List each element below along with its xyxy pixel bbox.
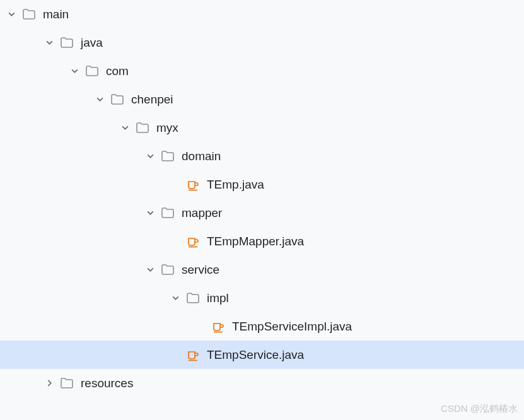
tree-folder-main[interactable]: main: [0, 0, 524, 28]
folder-icon: [160, 262, 175, 277]
tree-label: service: [182, 263, 219, 277]
tree-folder-resources[interactable]: resources: [0, 369, 524, 397]
folder-icon: [160, 149, 175, 164]
tree-label: TEmpServiceImpl.java: [232, 320, 352, 334]
tree-label: TEmpService.java: [207, 348, 304, 362]
tree-label: impl: [207, 291, 229, 305]
tree-file-tempservice-java[interactable]: TEmpService.java: [0, 341, 524, 369]
folder-icon: [21, 7, 37, 22]
chevron-down-icon: [169, 292, 182, 305]
tree-label: domain: [182, 149, 221, 163]
tree-label: TEmp.java: [207, 178, 264, 192]
java-file-icon: [185, 234, 201, 249]
tree-label: TEmpMapper.java: [207, 235, 304, 248]
tree-label: chenpei: [131, 93, 173, 107]
tree-folder-impl[interactable]: impl: [0, 284, 524, 312]
tree-label: resources: [81, 376, 133, 390]
folder-icon: [110, 92, 125, 107]
folder-icon: [84, 64, 100, 79]
folder-icon: [160, 206, 175, 221]
tree-label: mapper: [182, 206, 222, 220]
chevron-right-icon: [43, 377, 55, 390]
tree-file-tempserviceimpl-java[interactable]: TEmpServiceImpl.java: [0, 312, 524, 341]
tree-file-temp-java[interactable]: TEmp.java: [0, 170, 524, 199]
java-file-icon: [211, 319, 226, 334]
tree-folder-java[interactable]: java: [0, 28, 524, 57]
tree-folder-domain[interactable]: domain: [0, 142, 524, 170]
tree-label: com: [106, 64, 129, 78]
project-tree: main java com chenpei: [0, 0, 524, 397]
folder-icon: [185, 291, 201, 306]
folder-icon: [59, 35, 74, 50]
java-file-icon: [185, 177, 201, 192]
tree-folder-myx[interactable]: myx: [0, 114, 524, 142]
java-file-icon: [185, 347, 201, 363]
tree-file-tempmapper-java[interactable]: TEmpMapper.java: [0, 227, 524, 255]
chevron-down-icon: [144, 264, 156, 276]
tree-folder-service[interactable]: service: [0, 255, 524, 284]
tree-folder-com[interactable]: com: [0, 57, 524, 85]
tree-label: main: [43, 8, 69, 21]
chevron-down-icon: [5, 8, 18, 21]
chevron-down-icon: [119, 122, 131, 134]
folder-icon: [59, 376, 74, 391]
chevron-down-icon: [144, 150, 156, 163]
tree-folder-mapper[interactable]: mapper: [0, 199, 524, 227]
tree-label: java: [81, 36, 103, 50]
chevron-down-icon: [68, 65, 81, 78]
chevron-down-icon: [43, 37, 55, 49]
folder-icon: [135, 120, 150, 136]
tree-label: myx: [156, 121, 178, 135]
tree-folder-chenpei[interactable]: chenpei: [0, 85, 524, 114]
chevron-down-icon: [144, 207, 156, 219]
chevron-down-icon: [93, 93, 106, 106]
watermark: CSDN @泓鹤椿水: [441, 403, 518, 415]
